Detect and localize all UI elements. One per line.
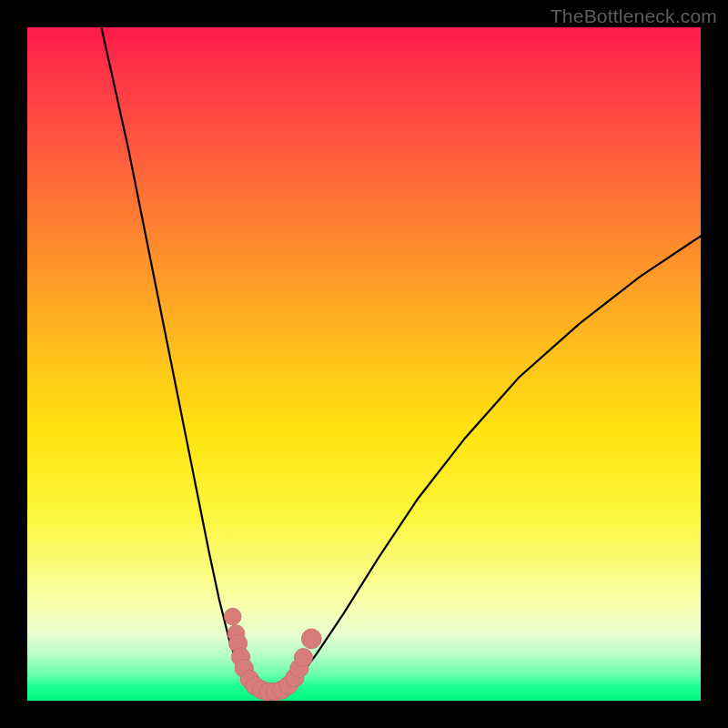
curve-right-branch	[283, 236, 701, 691]
chart-svg	[27, 27, 701, 701]
valley-dot	[301, 629, 321, 649]
valley-dot	[224, 608, 241, 625]
watermark-text: TheBottleneck.com	[551, 5, 717, 27]
curve-left-branch	[101, 27, 256, 691]
valley-dot-cluster	[224, 608, 321, 701]
valley-dot	[294, 649, 312, 667]
chart-frame: TheBottleneck.com	[0, 0, 728, 728]
chart-plot-area	[27, 27, 701, 701]
